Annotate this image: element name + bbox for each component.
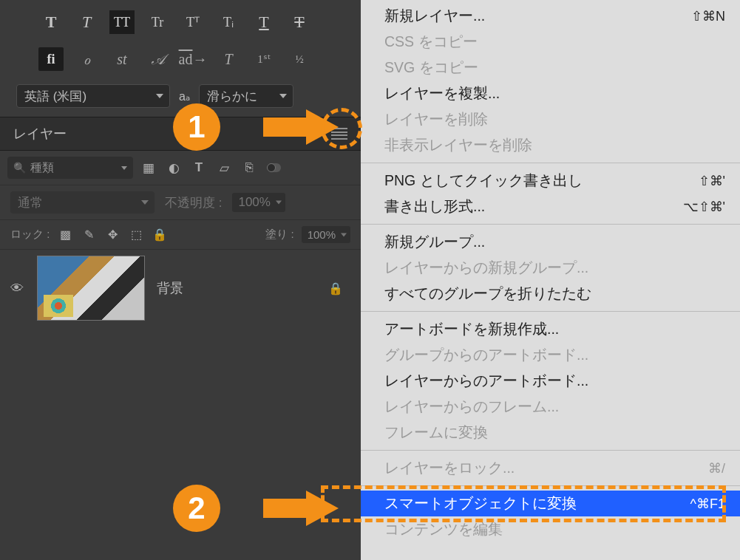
lock-position-icon[interactable]: ✥ xyxy=(104,227,120,243)
text-allcaps-icon[interactable]: TT xyxy=(109,10,135,34)
discretionary-lig-icon[interactable]: st xyxy=(109,47,135,71)
menu-item-label: CSS をコピー xyxy=(384,32,478,52)
ordinals-icon[interactable]: 1ˢᵗ xyxy=(251,47,276,71)
lock-all-icon[interactable]: 🔒 xyxy=(152,227,168,243)
menu-item-label: グループからのアートボード... xyxy=(384,345,588,365)
blend-mode-row: 通常 不透明度 : 100% xyxy=(0,185,361,220)
fill-label: 塗り : xyxy=(265,228,293,242)
menu-item-10[interactable]: 新規グループ... xyxy=(361,229,740,255)
menu-item-12[interactable]: すべてのグループを折りたたむ xyxy=(361,281,740,307)
menu-item-18: フレームに変換 xyxy=(361,420,740,445)
layers-context-menu: 新規レイヤー...⇧⌘NCSS をコピーSVG をコピーレイヤーを複製...レイ… xyxy=(361,0,740,560)
menu-item-8[interactable]: 書き出し形式...⌥⇧⌘' xyxy=(361,194,740,219)
menu-item-14[interactable]: アートボードを新規作成... xyxy=(361,316,740,342)
filter-adjustment-icon[interactable]: ◐ xyxy=(164,158,183,177)
lock-image-icon[interactable]: ✎ xyxy=(81,227,97,243)
language-value: 英語 (米国) xyxy=(24,88,86,105)
opacity-label: 不透明度 : xyxy=(165,194,222,211)
filter-toggle[interactable] xyxy=(268,163,281,172)
menu-item-label: すべてのグループを折りたたむ xyxy=(384,284,591,304)
filter-shape-icon[interactable]: ▱ xyxy=(214,158,234,177)
left-panel: T T TT Tr Tᵀ Tᵢ T Ŧ fi ℴ st 𝒜 ad→ T 1ˢᵗ … xyxy=(0,0,361,560)
annotation-box-2 xyxy=(321,485,726,522)
opacity-value[interactable]: 100% xyxy=(232,193,285,212)
menu-item-16[interactable]: レイヤーからのアートボード... xyxy=(361,368,740,394)
text-strikethrough-icon[interactable]: Ŧ xyxy=(287,10,312,34)
menu-item-shortcut: ⌥⇧⌘' xyxy=(683,199,725,215)
menu-item-label: SVG をコピー xyxy=(384,58,478,78)
menu-item-label: レイヤーを削除 xyxy=(384,109,488,129)
lock-indicator-icon: 🔒 xyxy=(328,281,343,296)
menu-item-shortcut: ⇧⌘N xyxy=(691,8,725,24)
menu-item-label: 非表示レイヤーを削除 xyxy=(384,135,532,155)
filter-type-icon[interactable]: T xyxy=(189,158,208,177)
menu-item-label: 新規グループ... xyxy=(384,232,485,252)
menu-item-20: レイヤーをロック...⌘/ xyxy=(361,455,740,481)
text-case-toolbar: T T TT Tr Tᵀ Tᵢ T Ŧ xyxy=(0,0,361,40)
menu-item-4: レイヤーを削除 xyxy=(361,106,740,132)
menu-item-0[interactable]: 新規レイヤー...⇧⌘N xyxy=(361,3,740,29)
annotation-circle-1 xyxy=(321,108,362,149)
language-select[interactable]: 英語 (米国) xyxy=(16,84,170,108)
menu-item-5: 非表示レイヤーを削除 xyxy=(361,132,740,158)
menu-item-1: CSS をコピー xyxy=(361,29,740,55)
antialias-value: 滑らかに xyxy=(207,88,257,105)
filter-pixel-icon[interactable]: ▦ xyxy=(139,158,158,177)
text-smallcaps-icon[interactable]: Tr xyxy=(145,10,170,34)
layer-thumbnail[interactable] xyxy=(37,256,145,321)
fractions-icon[interactable]: ½ xyxy=(287,47,312,71)
menu-item-label: コンテンツを編集 xyxy=(384,519,503,539)
menu-item-label: 書き出し形式... xyxy=(384,197,485,216)
fill-value[interactable]: 100% xyxy=(302,226,350,243)
menu-divider xyxy=(361,450,740,451)
text-superscript-icon[interactable]: Tᵀ xyxy=(180,10,206,34)
menu-item-11: レイヤーからの新規グループ... xyxy=(361,255,740,281)
menu-item-label: レイヤーからの新規グループ... xyxy=(384,258,588,278)
lock-label: ロック : xyxy=(10,228,50,242)
menu-item-7[interactable]: PNG としてクイック書き出し⇧⌘' xyxy=(361,168,740,194)
titling-alt-icon[interactable]: T xyxy=(216,47,241,71)
menu-item-17: レイヤーからのフレーム... xyxy=(361,394,740,420)
layer-name[interactable]: 背景 xyxy=(157,279,316,297)
lock-transparency-icon[interactable]: ▩ xyxy=(57,227,73,243)
menu-item-3[interactable]: レイヤーを複製... xyxy=(361,81,740,106)
menu-item-2: SVG をコピー xyxy=(361,55,740,81)
menu-item-label: 新規レイヤー... xyxy=(384,6,485,26)
text-underline-icon[interactable]: T xyxy=(251,10,276,34)
eye-icon[interactable]: 👁 xyxy=(10,281,25,296)
menu-divider xyxy=(361,163,740,163)
antialias-label: aₐ xyxy=(179,89,190,103)
contextual-alt-icon[interactable]: ℴ xyxy=(74,47,99,71)
blend-mode-select[interactable]: 通常 xyxy=(10,191,155,214)
layers-title: レイヤー xyxy=(13,125,67,143)
menu-divider xyxy=(361,311,740,312)
lock-row: ロック : ▩ ✎ ✥ ⬚ 🔒 塗り : 100% xyxy=(0,220,361,250)
opentype-toolbar: fi ℴ st 𝒜 ad→ T 1ˢᵗ ½ xyxy=(0,40,361,80)
menu-item-shortcut: ⌘/ xyxy=(708,460,725,477)
menu-item-label: レイヤーからのアートボード... xyxy=(384,371,588,391)
text-italic-icon[interactable]: T xyxy=(74,10,99,34)
menu-item-shortcut: ⇧⌘' xyxy=(699,173,725,189)
layer-filter-select[interactable]: 種類 xyxy=(7,157,133,179)
menu-item-label: PNG としてクイック書き出し xyxy=(384,171,583,191)
text-bold-icon[interactable]: T xyxy=(38,10,64,34)
annotation-badge-1: 1 xyxy=(173,103,220,151)
menu-item-label: アートボードを新規作成... xyxy=(384,319,559,339)
text-subscript-icon[interactable]: Tᵢ xyxy=(216,10,241,34)
menu-item-label: レイヤーをロック... xyxy=(384,458,515,478)
menu-divider xyxy=(361,224,740,225)
swash-icon[interactable]: 𝒜 xyxy=(145,47,170,71)
layer-filter-row: 種類 ▦ ◐ T ▱ ⎘ xyxy=(0,151,361,185)
antialias-select[interactable]: 滑らかに xyxy=(199,84,293,108)
annotation-badge-2: 2 xyxy=(173,485,220,532)
menu-item-label: フレームに変換 xyxy=(384,423,488,443)
layer-row[interactable]: 👁 背景 🔒 xyxy=(0,250,361,327)
filter-smart-icon[interactable]: ⎘ xyxy=(240,158,259,177)
ligature-icon[interactable]: fi xyxy=(38,47,64,71)
stylistic-alt-icon[interactable]: ad→ xyxy=(180,47,206,71)
menu-item-label: レイヤーからのフレーム... xyxy=(384,397,559,417)
lock-artboard-icon[interactable]: ⬚ xyxy=(128,227,144,243)
menu-item-15: グループからのアートボード... xyxy=(361,342,740,368)
menu-item-label: レイヤーを複製... xyxy=(384,83,500,103)
